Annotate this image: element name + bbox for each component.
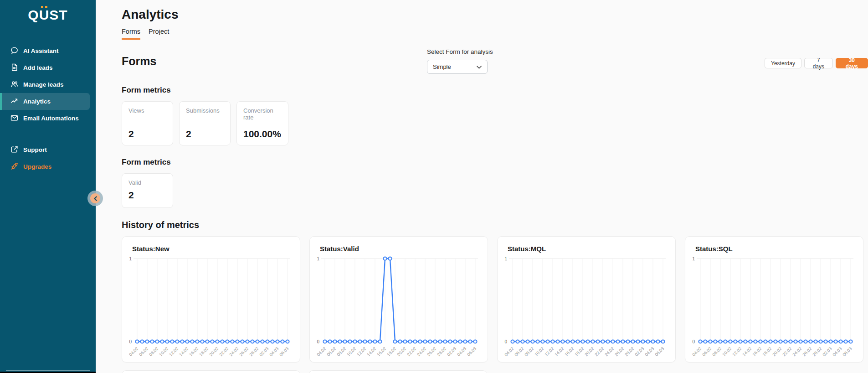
svg-text:06.03: 06.03 [842, 346, 853, 357]
sidebar-item-email-automations[interactable]: Email Automations [0, 110, 96, 127]
svg-text:28.02: 28.02 [248, 346, 260, 357]
history-chart-card: Status:MQL0104.0206.0208.0210.0212.0214.… [497, 236, 676, 363]
svg-text:16.02: 16.02 [376, 346, 387, 357]
form-select-label: Select Form for analysis [427, 48, 493, 55]
secondary-nav: Support Upgrades [0, 141, 96, 175]
metric-value: 2 [128, 190, 166, 201]
svg-text:02.03: 02.03 [634, 346, 645, 357]
range-yesterday-button[interactable]: Yesterday [765, 58, 801, 68]
logo-letter-u: U [39, 7, 50, 23]
metric-card-conversion-rate: Conversion rate 100.00% [236, 101, 288, 145]
logo-letters: ST [49, 7, 67, 23]
sidebar-item-manage-leads[interactable]: Manage leads [0, 76, 96, 93]
svg-text:0: 0 [317, 339, 319, 344]
svg-text:26.02: 26.02 [614, 346, 625, 357]
svg-text:14.02: 14.02 [366, 346, 377, 357]
chart-title: Status:MQL [508, 245, 675, 253]
sidebar-item-label: Support [23, 146, 47, 153]
svg-text:26.02: 26.02 [426, 346, 437, 357]
sidebar-item-label: Manage leads [23, 81, 64, 88]
sidebar-item-support[interactable]: Support [0, 141, 96, 158]
form-select[interactable]: Simple [427, 60, 488, 74]
form-metrics-row-2: Valid 2 [122, 173, 173, 208]
svg-text:06.02: 06.02 [326, 346, 337, 357]
sidebar-item-ai-assistant[interactable]: AI Assistant [0, 42, 96, 59]
svg-text:02.03: 02.03 [258, 346, 270, 357]
form-select-value: Simple [433, 63, 451, 70]
svg-text:22.02: 22.02 [594, 346, 605, 357]
sidebar-bottom-divider [6, 370, 90, 371]
analytics-page: QUST AI Assistant Add leads Manage leads… [0, 0, 868, 373]
metric-value: 2 [128, 129, 166, 140]
chevron-left-icon [90, 193, 100, 203]
svg-text:22.02: 22.02 [406, 346, 417, 357]
svg-text:24.02: 24.02 [604, 346, 615, 357]
svg-text:04.02: 04.02 [503, 346, 515, 357]
svg-text:06.02: 06.02 [514, 346, 525, 357]
svg-text:04.02: 04.02 [316, 346, 327, 357]
svg-text:18.02: 18.02 [386, 346, 397, 357]
range-7days-button[interactable]: 7 days [804, 58, 833, 68]
svg-text:28.02: 28.02 [812, 346, 823, 357]
external-link-icon [10, 145, 18, 155]
sidebar-item-upgrades[interactable]: Upgrades [0, 158, 96, 175]
primary-nav: AI Assistant Add leads Manage leads Anal… [0, 42, 96, 127]
chevron-down-icon [477, 63, 482, 70]
svg-text:16.02: 16.02 [751, 346, 763, 357]
svg-text:20.02: 20.02 [208, 346, 220, 357]
forms-section-title: Forms [122, 55, 156, 68]
svg-text:10.02: 10.02 [158, 346, 169, 357]
tabs: Forms Project [122, 28, 169, 40]
metric-card-submissions: Submissions 2 [179, 101, 231, 145]
logo-letter: Q [28, 7, 39, 23]
users-icon [10, 80, 18, 89]
svg-text:1: 1 [504, 256, 507, 261]
logo-umlaut-dots [41, 6, 47, 8]
svg-text:08.02: 08.02 [148, 346, 159, 357]
tab-forms[interactable]: Forms [122, 28, 140, 40]
svg-text:04.02: 04.02 [691, 346, 703, 357]
history-chart-card: Status:SQL0104.0206.0208.0210.0212.0214.… [685, 236, 863, 363]
svg-text:22.02: 22.02 [781, 346, 793, 357]
tab-project[interactable]: Project [149, 28, 169, 40]
next-row-card-preview [308, 370, 487, 373]
sidebar-item-label: Email Automations [23, 115, 79, 122]
svg-text:20.02: 20.02 [771, 346, 783, 357]
next-row-card-preview [122, 370, 300, 373]
svg-text:04.03: 04.03 [644, 346, 655, 357]
metric-label: Views [128, 107, 166, 114]
svg-text:10.02: 10.02 [346, 346, 357, 357]
sidebar: QUST AI Assistant Add leads Manage leads… [0, 0, 96, 373]
chart-title: Status:Valid [320, 245, 488, 253]
svg-text:06.03: 06.03 [654, 346, 665, 357]
sidebar-item-label: Upgrades [23, 163, 51, 170]
svg-text:18.02: 18.02 [198, 346, 210, 357]
line-chart: 0104.0206.0208.0210.0212.0214.0216.0218.… [122, 253, 301, 359]
chart-title: Status:SQL [695, 245, 863, 253]
svg-text:28.02: 28.02 [436, 346, 447, 357]
form-metrics-title-2: Form metrics [122, 158, 171, 167]
history-chart-card: Status:Valid0104.0206.0208.0210.0212.021… [309, 236, 488, 363]
sidebar-item-label: Add leads [23, 64, 53, 71]
svg-text:02.03: 02.03 [446, 346, 457, 357]
svg-text:18.02: 18.02 [761, 346, 773, 357]
range-30days-button[interactable]: 30 days [836, 58, 868, 68]
app-logo[interactable]: QUST [0, 0, 96, 28]
form-select-group: Select Form for analysis Simple [427, 48, 493, 74]
chart-title: Status:New [132, 245, 300, 253]
svg-text:24.02: 24.02 [791, 346, 803, 357]
sidebar-item-analytics[interactable]: Analytics [0, 93, 90, 110]
svg-text:08.02: 08.02 [711, 346, 723, 357]
svg-text:16.02: 16.02 [188, 346, 200, 357]
svg-text:08.02: 08.02 [524, 346, 535, 357]
form-metrics-row-1: Views 2 Submissions 2 Conversion rate 10… [122, 101, 288, 145]
svg-text:06.03: 06.03 [278, 346, 290, 357]
page-title: Analytics [122, 7, 179, 22]
svg-text:10.02: 10.02 [721, 346, 733, 357]
chat-icon [10, 47, 18, 56]
metric-value: 2 [186, 129, 224, 140]
sidebar-collapse-button[interactable] [87, 191, 103, 206]
metric-label: Valid [128, 179, 166, 186]
sidebar-item-add-leads[interactable]: Add leads [0, 59, 96, 76]
metric-value: 100.00% [243, 129, 282, 140]
